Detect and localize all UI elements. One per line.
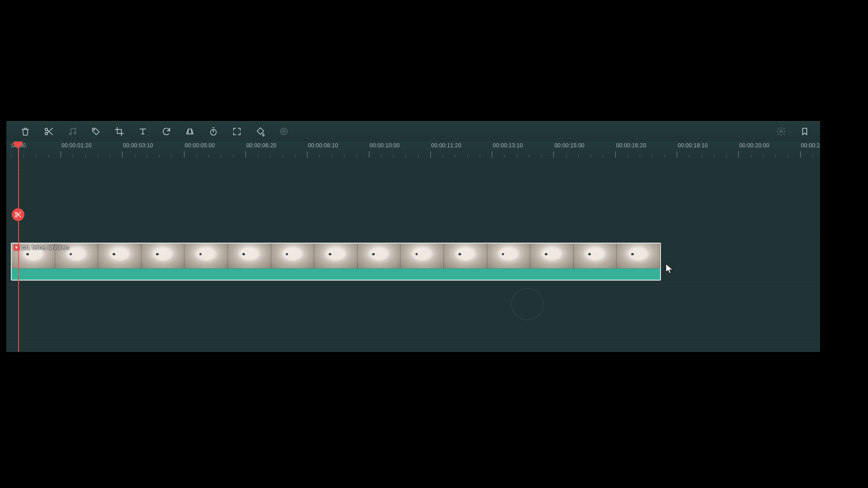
ruler-mark: 00:00:03:10 — [122, 141, 153, 158]
scissors-icon[interactable] — [43, 126, 54, 137]
text-icon[interactable] — [137, 126, 148, 137]
ruler-mark: 00:00:06:20 — [245, 141, 277, 158]
ruler-label: 00:00:03:10 — [122, 141, 153, 149]
tag-icon[interactable] — [90, 126, 101, 137]
ruler-label: 00:00:08:10 — [307, 141, 338, 149]
music-icon[interactable] — [67, 126, 78, 137]
svg-point-2 — [70, 133, 71, 135]
bookmark-icon[interactable] — [799, 126, 810, 137]
clip-thumbnail — [487, 244, 531, 268]
clip-thumbnail — [444, 244, 487, 268]
ruler-mark: 00:00:10:00 — [369, 141, 400, 158]
clip-thumbnail — [530, 244, 574, 268]
clip-thumbnail — [271, 244, 315, 268]
svg-point-6 — [281, 128, 288, 135]
ruler-mark: 00:00:20:00 — [738, 141, 769, 158]
trash-icon[interactable] — [20, 126, 31, 137]
ripple-indicator — [511, 288, 543, 320]
timeline-ruler[interactable]: :00:00 00:00:01:2000:00:03:1000:00:05:00… — [6, 141, 820, 158]
ruler-mark: 00:00:15:00 — [553, 141, 585, 158]
ruler-label: 00:00:13:10 — [492, 141, 523, 149]
ruler-mark: 00:00:05:00 — [184, 141, 215, 158]
clip-thumbnail — [98, 244, 142, 268]
fit-icon[interactable] — [231, 126, 242, 137]
clip-thumbnail — [142, 244, 185, 268]
ruler-mark: 00:00:01:20 — [61, 141, 92, 158]
ruler-label: 00:00:10:00 — [369, 141, 400, 149]
clip-thumbnail — [228, 244, 271, 268]
playhead[interactable] — [18, 141, 19, 352]
perspective-icon[interactable] — [184, 126, 195, 137]
svg-point-8 — [780, 130, 783, 133]
ruler-label: 00:00:06:20 — [245, 141, 277, 149]
ruler-mark: 00:00:08:10 — [307, 141, 338, 158]
ruler-label: 00:00:15:00 — [553, 141, 585, 149]
ruler-label: 00:00:20:00 — [738, 141, 769, 149]
ruler-mark: 00:00:16:20 — [615, 141, 646, 158]
gear-icon[interactable] — [776, 126, 787, 137]
ruler-mark: 00:00:13:10 — [492, 141, 523, 158]
ruler-mark: 00:00:18:10 — [677, 141, 708, 158]
rotate-icon[interactable] — [161, 126, 172, 137]
clip-audio-track — [12, 268, 660, 280]
ruler-label: 00:00:05:00 — [184, 141, 215, 149]
clip-thumbnail — [574, 244, 617, 268]
crop-icon[interactable] — [114, 126, 125, 137]
ruler-label: 00:00:18:10 — [677, 141, 708, 149]
timeline-panel: :00:00 00:00:01:2000:00:03:1000:00:05:00… — [6, 121, 820, 352]
svg-point-3 — [74, 132, 76, 134]
clip-thumbnails — [12, 244, 660, 268]
clip-thumbnail — [617, 244, 660, 268]
clip-thumbnail — [358, 244, 401, 268]
ruler-mark: 00:00:21: — [800, 141, 820, 158]
svg-point-4 — [94, 129, 94, 130]
ruler-label: 00:00:11:20 — [430, 141, 462, 149]
clip-thumbnail — [314, 244, 358, 268]
record-icon[interactable] — [278, 126, 289, 137]
clip-thumbnail — [184, 244, 228, 268]
ruler-label: 00:00:01:20 — [61, 141, 92, 149]
razor-tool[interactable] — [12, 208, 24, 221]
stopwatch-icon[interactable] — [208, 126, 219, 137]
ruler-mark: 00:00:11:20 — [430, 141, 462, 158]
ruler-label: 00:00:21: — [800, 141, 820, 149]
ruler-label: 00:00:16:20 — [615, 141, 646, 149]
paint-bucket-icon[interactable] — [255, 126, 266, 137]
svg-point-7 — [283, 130, 285, 133]
clip-thumbnail — [55, 244, 99, 268]
clip-thumbnail — [401, 244, 444, 268]
playhead-head[interactable] — [14, 141, 23, 146]
timeline-toolbar — [6, 122, 820, 142]
timeline-tracks[interactable]: cat, feline, whiskers — [6, 158, 820, 352]
video-clip[interactable]: cat, feline, whiskers — [11, 243, 661, 281]
